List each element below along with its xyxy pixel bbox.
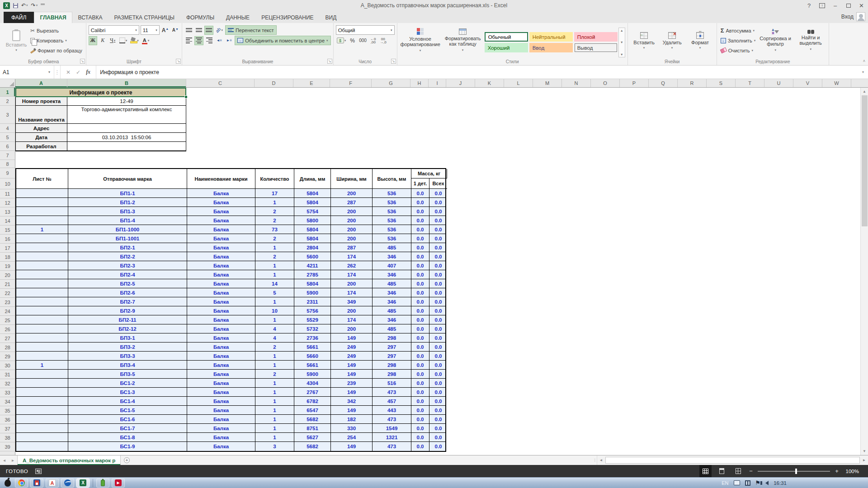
cell[interactable]: БС1-8 <box>68 433 187 441</box>
percent-button[interactable]: % <box>348 36 357 45</box>
align-left-button[interactable] <box>184 36 193 45</box>
row-header-2[interactable]: 2 <box>0 97 15 106</box>
accounting-format-button[interactable]: $▾ <box>336 36 347 45</box>
zoom-level[interactable]: 100% <box>844 469 859 474</box>
ribbon-display-options-button[interactable]: ↑ <box>816 0 829 11</box>
grow-font-button[interactable]: A▲ <box>161 26 170 35</box>
cell[interactable]: 5682 <box>294 415 331 423</box>
row-header-37[interactable]: 37 <box>0 424 15 433</box>
cell[interactable]: 1549 <box>373 424 411 432</box>
column-header-r[interactable]: R <box>678 79 707 87</box>
cell-style-normal[interactable]: Обычный <box>485 32 528 42</box>
cell[interactable]: 2767 <box>294 388 331 396</box>
save-button[interactable] <box>13 3 18 8</box>
cell[interactable]: 149 <box>331 370 373 378</box>
cell[interactable]: 0.0 <box>411 261 429 270</box>
cell[interactable]: 1 <box>255 379 294 387</box>
cell[interactable]: БП2-12 <box>68 324 187 333</box>
cell[interactable] <box>16 424 68 432</box>
cell[interactable]: 174 <box>331 270 373 279</box>
cell[interactable]: 1 <box>16 361 68 369</box>
cell[interactable]: Балка <box>187 406 255 414</box>
cell[interactable]: 5660 <box>294 352 331 360</box>
cell[interactable]: 4211 <box>294 261 331 270</box>
column-header-a[interactable]: A <box>15 79 67 87</box>
cell[interactable]: 73 <box>255 225 294 234</box>
help-button[interactable]: ? <box>802 0 816 11</box>
copy-button[interactable]: Копировать▾ <box>29 36 84 45</box>
cell[interactable]: Балка <box>187 252 255 261</box>
cell[interactable]: БП3-4 <box>68 361 187 369</box>
cell[interactable]: Балка <box>187 352 255 360</box>
info-value-cell[interactable] <box>67 124 186 132</box>
font-color-button[interactable]: А▾ <box>141 36 151 45</box>
cell[interactable]: 0.0 <box>429 333 447 342</box>
column-header-n[interactable]: N <box>562 79 591 87</box>
insert-cells-button[interactable]: Вставить▾ <box>630 25 658 56</box>
styles-gallery-scrollbar[interactable]: ▲▼▼ <box>618 28 625 57</box>
cell[interactable]: 5600 <box>294 252 331 261</box>
cell[interactable]: Балка <box>187 324 255 333</box>
cell[interactable]: 2311 <box>294 297 331 306</box>
cell[interactable] <box>16 198 68 206</box>
cell[interactable]: 1321 <box>373 433 411 441</box>
cell[interactable] <box>16 397 68 405</box>
cell[interactable]: 1 <box>255 261 294 270</box>
cell[interactable]: 473 <box>373 442 411 451</box>
cell[interactable] <box>16 406 68 414</box>
cell[interactable]: БП1-1000 <box>68 225 187 234</box>
clear-button[interactable]: Очистить▾ <box>719 46 757 55</box>
cell[interactable]: 536 <box>373 189 411 197</box>
cell[interactable]: 149 <box>331 361 373 369</box>
column-header-b[interactable]: B <box>67 79 186 87</box>
cell[interactable]: Балка <box>187 379 255 387</box>
row-header-33[interactable]: 33 <box>0 388 15 397</box>
view-normal-button[interactable] <box>699 465 712 477</box>
cell[interactable]: 1 <box>255 433 294 441</box>
cell[interactable]: 0.0 <box>411 388 429 396</box>
column-header-q[interactable]: Q <box>649 79 678 87</box>
find-select-button[interactable]: Найти и выделить▾ <box>795 26 826 56</box>
cell[interactable] <box>16 442 68 451</box>
cell[interactable] <box>16 306 68 315</box>
cell-a1-selected[interactable]: Информация о проекте <box>15 88 186 97</box>
volume-tray-icon[interactable] <box>765 481 769 485</box>
cell[interactable]: 0.0 <box>411 288 429 297</box>
cell[interactable]: 0.0 <box>429 388 447 396</box>
cell[interactable]: Балка <box>187 261 255 270</box>
redo-button[interactable]: ↷▾ <box>31 2 38 9</box>
row-header-16[interactable]: 16 <box>0 235 15 244</box>
cell[interactable] <box>16 288 68 297</box>
cell[interactable]: Балка <box>187 234 255 243</box>
cell[interactable]: 298 <box>373 333 411 342</box>
cell[interactable]: 485 <box>373 306 411 315</box>
column-header-m[interactable]: M <box>533 79 562 87</box>
cell[interactable]: БП2-2 <box>68 252 187 261</box>
column-header-s[interactable]: S <box>707 79 736 87</box>
cell[interactable]: 297 <box>373 343 411 351</box>
prev-sheet-button[interactable]: ◂ <box>0 455 9 465</box>
cell[interactable]: БП1-3 <box>68 207 187 216</box>
info-value-cell[interactable]: 03.10.2013 15:50:06 <box>67 133 186 141</box>
cell[interactable]: БС1-7 <box>68 424 187 432</box>
info-label-cell[interactable]: Адрес <box>16 124 67 132</box>
column-header-p[interactable]: P <box>620 79 649 87</box>
sheet-tab-active[interactable]: А_Ведомость отправочных марок р <box>17 455 121 465</box>
scroll-up-arrow[interactable]: ▲ <box>861 88 868 95</box>
align-bottom-button[interactable] <box>204 26 213 35</box>
cell[interactable]: БП1-2 <box>68 198 187 206</box>
cell[interactable]: 249 <box>331 343 373 351</box>
bold-button[interactable]: Ж <box>89 36 97 45</box>
cell[interactable]: 1 <box>255 397 294 405</box>
align-center-button[interactable] <box>194 36 203 45</box>
cell[interactable]: 239 <box>331 379 373 387</box>
cell[interactable]: БП2-7 <box>68 297 187 306</box>
cell[interactable]: 516 <box>373 379 411 387</box>
cell[interactable]: 2 <box>255 216 294 225</box>
cell[interactable]: 149 <box>331 442 373 451</box>
cell[interactable]: 0.0 <box>411 433 429 441</box>
cell[interactable]: 200 <box>331 279 373 288</box>
cell[interactable]: 0.0 <box>411 243 429 252</box>
row-header-5[interactable]: 5 <box>0 133 15 142</box>
cell[interactable]: Балка <box>187 306 255 315</box>
